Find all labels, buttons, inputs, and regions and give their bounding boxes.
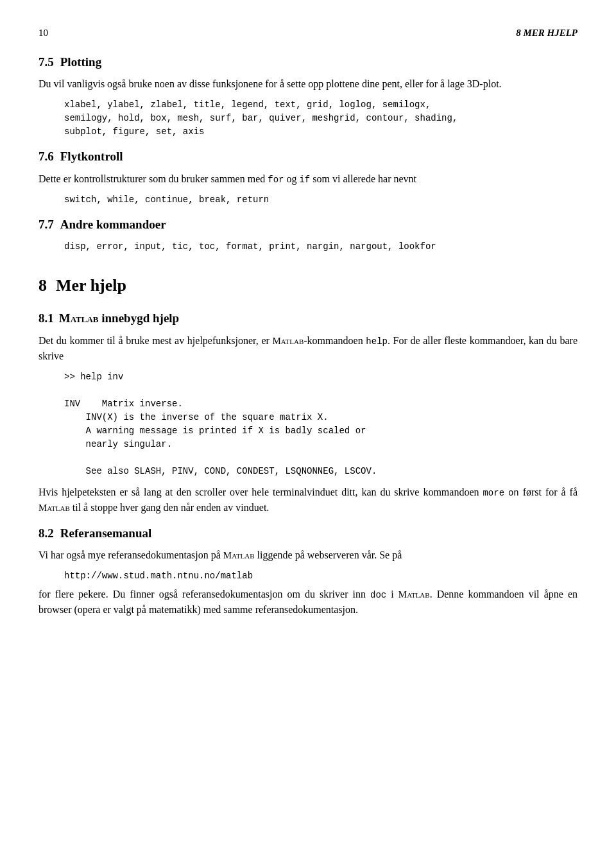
section-82-text2: liggende på webserveren vår. Se på [255, 549, 402, 560]
section-81-title-sc: Matlab [59, 311, 99, 325]
section-82-text1: Vi har også mye referansedokumentasjon p… [38, 549, 223, 560]
section-82-body1: Vi har også mye referansedokumentasjon p… [38, 548, 578, 563]
section-77-num: 7.7 [38, 216, 54, 234]
section-82-heading: 8.2 Referansemanual [38, 524, 578, 543]
section-81-text2: -kommandoen [304, 335, 366, 346]
section-81-text1: Det du kommer til å bruke mest av hjelpe… [38, 335, 272, 346]
section-81-body2-text3: til å stoppe hver gang den når enden av … [70, 502, 270, 513]
section-76-code2: if [299, 175, 310, 185]
section-8-title: Mer hjelp [56, 273, 126, 298]
section-81-title: Matlab innebygd hjelp [59, 309, 179, 328]
section-81-more-code: more [483, 488, 504, 498]
section-75-code: xlabel, ylabel, zlabel, title, legend, t… [64, 98, 578, 139]
section-82-body2: for flere pekere. Du finner også referan… [38, 587, 578, 618]
section-77-title: Andre kommandoer [60, 216, 166, 234]
section-75-heading: 7.5 Plotting [38, 53, 578, 72]
page-number: 10 [38, 26, 48, 40]
section-81-mono-block: >> help inv INV Matrix inverse. INV(X) i… [64, 370, 578, 478]
section-81-heading: 8.1 Matlab innebygd hjelp [38, 309, 578, 328]
page-header: 10 8 MER HJELP [38, 26, 578, 40]
section-76-text2: og [284, 173, 299, 184]
section-81-num: 8.1 [38, 309, 54, 328]
section-8-num: 8 [38, 273, 47, 298]
section-76-num: 7.6 [38, 148, 54, 166]
section-82-url: http://www.stud.math.ntnu.no/matlab [64, 569, 578, 583]
section-75-body: Du vil vanligvis også bruke noen av diss… [38, 76, 578, 92]
section-81-help-code: help [366, 336, 388, 347]
section-82-text4: i [386, 589, 398, 600]
section-81-body2: Hvis hjelpeteksten er så lang at den scr… [38, 485, 578, 515]
section-81-title-rest: innebygd hjelp [99, 311, 180, 325]
section-82-text3: for flere pekere. Du finner også referan… [38, 589, 370, 600]
section-76-heading: 7.6 Flytkontroll [38, 148, 578, 166]
section-76-text1: Dette er kontrollstrukturer som du bruke… [38, 173, 268, 184]
section-82-title: Referansemanual [60, 524, 151, 543]
section-75-title: Plotting [60, 53, 101, 72]
section-77-code: disp, error, input, tic, toc, format, pr… [64, 240, 578, 254]
section-81-body2-text2: først for å få [519, 487, 578, 497]
section-76-code1: for [268, 175, 284, 185]
section-81-matlab-sc2: Matlab [38, 503, 70, 513]
chapter-title: 8 MER HJELP [516, 26, 578, 40]
section-82-doc-code: doc [370, 590, 386, 600]
section-76-body: Dette er kontrollstrukturer som du bruke… [38, 171, 578, 187]
section-76-text3: som vi allerede har nevnt [310, 173, 416, 184]
section-81-body1: Det du kommer til å bruke mest av hjelpe… [38, 333, 578, 364]
section-81-body2-text1: Hvis hjelpeteksten er så lang at den scr… [38, 487, 483, 497]
section-76-code: switch, while, continue, break, return [64, 193, 578, 207]
section-75-text: Du vil vanligvis også bruke noen av diss… [38, 78, 502, 89]
section-81-on-code: on [508, 488, 519, 498]
section-82-num: 8.2 [38, 524, 54, 543]
section-82-matlab-sc2: Matlab [398, 589, 430, 600]
section-75-num: 7.5 [38, 53, 54, 72]
section-81-matlab-sc: Matlab [272, 336, 304, 346]
section-76-title: Flytkontroll [60, 148, 123, 166]
section-8-heading: 8 Mer hjelp [38, 273, 578, 298]
section-77-heading: 7.7 Andre kommandoer [38, 216, 578, 234]
section-82-matlab-sc: Matlab [223, 550, 255, 560]
